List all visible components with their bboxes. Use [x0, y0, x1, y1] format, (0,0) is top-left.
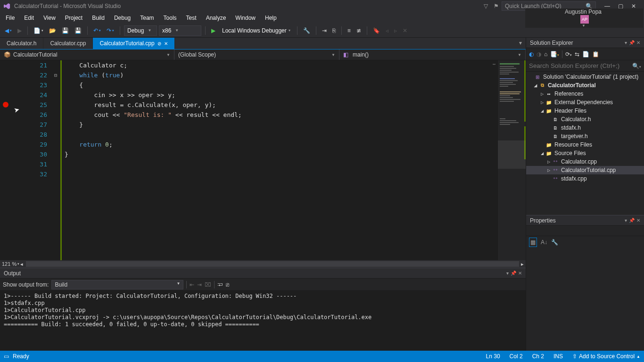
tree-h3[interactable]: 🗎targetver.h	[526, 132, 644, 140]
tree-h2[interactable]: 🗎stdafx.h	[526, 123, 644, 132]
menu-window[interactable]: Window	[231, 13, 260, 23]
tab-Calculator-h[interactable]: Calculator.h	[0, 38, 43, 49]
tb-icon-1[interactable]: 🔧	[301, 26, 312, 35]
tree-s3[interactable]: ⁺⁺stdafx.cpp	[526, 174, 644, 183]
nav-back-button[interactable]: ◀▾	[3, 26, 14, 35]
tb-icon-3[interactable]: ⎘	[330, 26, 338, 35]
out-btn-2[interactable]: ⇥	[197, 281, 202, 288]
tree-extdep[interactable]: ▷📁External Dependencies	[526, 98, 644, 107]
new-project-button[interactable]: 📄▾	[32, 26, 45, 35]
save-button[interactable]: 💾	[60, 26, 71, 35]
user-name[interactable]: Augustin Popa	[565, 8, 602, 15]
tree-s1[interactable]: ▷⁺⁺Calculator.cpp	[526, 157, 644, 166]
props-pages-icon[interactable]: 🔧	[551, 239, 558, 246]
panel-close-icon[interactable]: ✕	[518, 271, 522, 276]
notification-icon[interactable]: ▽	[484, 3, 488, 9]
user-avatar[interactable]: AP	[580, 15, 589, 24]
props-pin-icon[interactable]: 📌	[629, 218, 635, 223]
tb-uncomment[interactable]: ≢	[355, 26, 363, 35]
source-control-label[interactable]: Add to Source Control	[579, 353, 635, 360]
minimap[interactable]	[497, 60, 526, 260]
nav-fwd-button[interactable]: ▶	[16, 26, 24, 35]
menu-test[interactable]: Test	[182, 13, 201, 23]
out-btn-1[interactable]: ⇤	[190, 281, 194, 288]
tab-overflow-caret[interactable]: ▾	[515, 38, 526, 49]
props-categorized-icon[interactable]: ▦	[529, 238, 537, 247]
se-options-caret[interactable]: ▾	[625, 40, 627, 45]
se-back-icon[interactable]: ◐	[529, 51, 534, 58]
menu-analyze[interactable]: Analyze	[201, 13, 231, 23]
menu-view[interactable]: View	[39, 13, 60, 23]
code-editor[interactable]: 212223242526272829303132 ⊟ Calculator c;…	[0, 60, 526, 260]
tb-bm-clear[interactable]: ✕	[401, 26, 409, 35]
menu-project[interactable]: Project	[60, 13, 87, 23]
config-dropdown[interactable]: Debug▼	[124, 25, 157, 36]
status-col[interactable]: Col 2	[510, 353, 523, 360]
output-source-dropdown[interactable]: Build▼	[51, 280, 183, 289]
scroll-left[interactable]: ◂	[20, 261, 23, 267]
tree-h1[interactable]: 🗎Calculator.h	[526, 115, 644, 123]
nav-scope-func[interactable]: ◧ main()▼	[339, 49, 526, 60]
undo-button[interactable]: ↶▾	[91, 26, 103, 35]
status-ins[interactable]: INS	[553, 353, 563, 360]
se-refresh-icon[interactable]: ⟳▾	[565, 51, 572, 58]
menu-debug[interactable]: Debug	[109, 13, 135, 23]
save-all-button[interactable]: 💾	[73, 26, 83, 35]
source-control-icon[interactable]: ⇧	[572, 353, 577, 360]
redo-button[interactable]: ↷▾	[105, 26, 116, 35]
solution-tree[interactable]: ⊞Solution 'CalculatorTutorial' (1 projec…	[526, 72, 644, 215]
tree-s2[interactable]: ▷⁺⁺CalculatorTutorial.cpp	[526, 166, 644, 174]
props-alpha-icon[interactable]: A↓	[541, 239, 547, 246]
panel-options-caret[interactable]: ▾	[506, 271, 509, 276]
nav-scope-project[interactable]: 📦 CalculatorTutorial▼	[0, 49, 174, 60]
panel-pin-icon[interactable]: 📌	[511, 271, 516, 276]
tree-project[interactable]: ◢⧉CalculatorTutorial	[526, 81, 644, 90]
platform-dropdown[interactable]: x86▼	[159, 25, 201, 36]
split-icon[interactable]: ↔	[491, 60, 497, 67]
zoom-caret[interactable]: ▾	[17, 262, 19, 266]
menu-edit[interactable]: Edit	[19, 13, 39, 23]
out-btn-3[interactable]: ⌧	[205, 281, 211, 288]
out-clear-icon[interactable]: ⎚	[226, 281, 229, 288]
start-debug-button[interactable]: ▶	[209, 26, 217, 35]
tb-bm-prev[interactable]: ◃	[384, 26, 390, 35]
menu-build[interactable]: Build	[87, 13, 109, 23]
tree-sources[interactable]: ◢📁Source Files	[526, 149, 644, 157]
se-sync-icon[interactable]: 📑▾	[550, 51, 559, 58]
se-home-icon[interactable]: ⌂	[544, 51, 547, 58]
zoom-level[interactable]: 121 %	[2, 261, 17, 267]
se-search-input[interactable]	[529, 62, 632, 69]
menu-file[interactable]: File	[1, 13, 19, 23]
tree-res[interactable]: 📁Resource Files	[526, 140, 644, 149]
tree-refs[interactable]: ▷▪▪References	[526, 90, 644, 98]
open-file-button[interactable]: 📂	[47, 26, 58, 35]
se-close-icon[interactable]: ✕	[636, 40, 640, 45]
feedback-icon[interactable]: ⚑	[494, 3, 499, 9]
status-ch[interactable]: Ch 2	[532, 353, 544, 360]
tb-bookmark[interactable]: 🔖	[371, 26, 382, 35]
menu-tools[interactable]: Tools	[159, 13, 182, 23]
tb-bm-next[interactable]: ▹	[392, 26, 399, 35]
tree-solution[interactable]: ⊞Solution 'CalculatorTutorial' (1 projec…	[526, 73, 644, 81]
menu-team[interactable]: Team	[135, 13, 158, 23]
status-ln[interactable]: Ln 30	[486, 353, 500, 360]
tb-comment[interactable]: ≡	[346, 26, 353, 35]
source-control-caret[interactable]: ▲	[636, 354, 640, 359]
se-collapse-icon[interactable]: ⇆	[575, 51, 579, 58]
se-props-icon[interactable]: 📋	[592, 51, 599, 58]
props-options-caret[interactable]: ▾	[625, 218, 627, 223]
out-wrap-icon[interactable]: ⮒	[217, 281, 223, 288]
breakpoint-marker[interactable]	[3, 102, 8, 107]
se-show-all-icon[interactable]: 📄	[582, 51, 589, 58]
tb-icon-2[interactable]: ⇥	[320, 26, 329, 35]
h-scrollbar[interactable]	[26, 261, 519, 267]
se-fwd-icon[interactable]: ◑	[537, 51, 541, 58]
tab-Calculator-cpp[interactable]: Calculator.cpp	[43, 38, 93, 49]
props-close-icon[interactable]: ✕	[636, 218, 640, 223]
scroll-right[interactable]: ▸	[521, 261, 524, 267]
menu-help[interactable]: Help	[260, 13, 281, 23]
se-pin-icon[interactable]: 📌	[629, 40, 635, 45]
user-menu-caret[interactable]: ▼	[582, 24, 586, 28]
nav-scope-global[interactable]: (Global Scope)▼	[174, 49, 339, 60]
debug-target-dropdown[interactable]: Local Windows Debugger▾	[219, 25, 293, 36]
